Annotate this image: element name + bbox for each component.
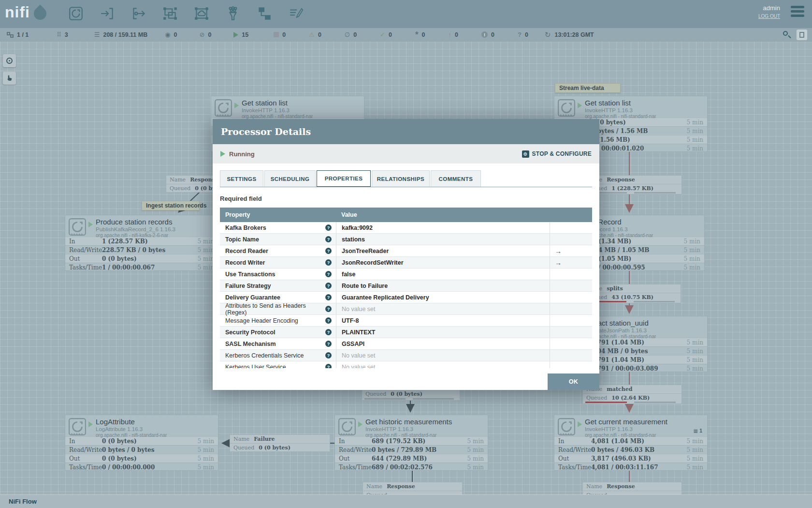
processor-get-historic-measurements[interactable]: Get historic measurements InvokeHTTP 1.1… bbox=[334, 415, 488, 471]
invalid-status: ⚠ 0 bbox=[309, 31, 321, 38]
output-port-tool-icon[interactable] bbox=[130, 3, 148, 24]
refresh-status: ↻ 13:01:28 GMT bbox=[545, 31, 594, 38]
tab-comments[interactable]: COMMENTS bbox=[431, 170, 481, 187]
tab-properties[interactable]: PROPERTIES bbox=[317, 170, 371, 187]
help-icon[interactable]: ? bbox=[325, 259, 332, 266]
help-icon[interactable]: ? bbox=[325, 352, 332, 359]
breadcrumb[interactable]: NiFi Flow bbox=[9, 498, 37, 505]
cluster-count: 1 / 1 bbox=[17, 31, 29, 38]
table-row[interactable]: Message Header Encoding? UTF-8 bbox=[220, 315, 592, 327]
threads-status: ⠿ 3 bbox=[57, 31, 68, 38]
canvas-label-stream-live-data[interactable]: Stream live-data bbox=[555, 83, 621, 93]
birdseye-icon bbox=[6, 58, 13, 64]
help-icon[interactable]: ? bbox=[325, 224, 332, 231]
current-user: admin bbox=[758, 4, 780, 12]
running-status: 15 bbox=[233, 31, 248, 38]
processor-bundle: org.apache.nifi - nifi-kafka-2-6-nar bbox=[96, 233, 175, 238]
navigate-palette-button[interactable] bbox=[3, 54, 16, 67]
processor-tool-icon[interactable] bbox=[67, 3, 85, 24]
tab-settings[interactable]: SETTINGS bbox=[220, 170, 263, 187]
process-group-tool-icon[interactable] bbox=[161, 3, 179, 24]
logout-link[interactable]: LOG OUT bbox=[758, 14, 780, 19]
help-icon[interactable]: ? bbox=[325, 248, 332, 254]
component-toolbar bbox=[67, 3, 305, 24]
processor-type: LogAttribute 1.16.3 bbox=[96, 426, 167, 432]
processor-log-attribute[interactable]: LogAttribute LogAttribute 1.16.3 org.apa… bbox=[65, 415, 218, 471]
ok-button[interactable]: OK bbox=[548, 374, 599, 390]
run-status-text: Running bbox=[229, 150, 255, 158]
disabled-status: ∅ 0 bbox=[345, 31, 357, 38]
funnel-tool-icon[interactable] bbox=[224, 3, 242, 24]
processor-name: Produce station records bbox=[96, 218, 175, 226]
dialog-title: Processor Details bbox=[221, 126, 311, 137]
go-to-service-icon[interactable]: → bbox=[555, 247, 562, 255]
threads-count: 3 bbox=[65, 31, 68, 38]
processor-icon bbox=[214, 99, 232, 117]
processor-details-dialog: Processor Details Running ⚙ STOP & CONFI… bbox=[213, 119, 599, 390]
table-row[interactable]: SASL Mechanism? GSSAPI bbox=[220, 338, 592, 350]
active-threads-badge: ▦1 bbox=[693, 428, 702, 433]
tab-relationships[interactable]: RELATIONSHIPS bbox=[372, 170, 430, 187]
stop-and-configure-button[interactable]: ⚙ STOP & CONFIGURE bbox=[522, 150, 592, 158]
up-to-date-count: 0 bbox=[389, 31, 392, 38]
help-icon[interactable]: ? bbox=[325, 236, 332, 242]
not-transmitting-status: ⊘ 0 bbox=[200, 31, 212, 38]
table-row[interactable]: Topic Name? stations bbox=[220, 234, 592, 245]
operate-palette-button[interactable] bbox=[3, 72, 16, 85]
go-to-service-icon[interactable]: → bbox=[555, 259, 562, 267]
table-row[interactable]: Delivery Guarantee? Guarantee Replicated… bbox=[220, 292, 592, 303]
processor-get-current-measurement[interactable]: Get current measurement InvokeHTTP 1.16.… bbox=[554, 415, 708, 471]
search-icon[interactable] bbox=[782, 30, 792, 40]
transmitting-icon: ◉ bbox=[165, 31, 170, 38]
processor-type: InvokeHTTP 1.16.3 bbox=[585, 107, 656, 113]
running-icon bbox=[578, 103, 582, 108]
global-menu-icon[interactable] bbox=[791, 6, 804, 19]
label-tool-icon[interactable] bbox=[287, 3, 305, 24]
sync-failure-count: 0 bbox=[525, 31, 528, 38]
table-row[interactable]: Attributes to Send as Headers (Regex)? N… bbox=[220, 303, 592, 315]
settings-panel-button[interactable] bbox=[797, 30, 807, 40]
connection-label-failure[interactable]: NameFailure Queued0 (0 bytes) bbox=[230, 434, 330, 452]
required-field-note: Required field bbox=[220, 195, 592, 202]
input-port-tool-icon[interactable] bbox=[98, 3, 116, 24]
table-row[interactable]: Record Writer? JsonRecordSetWriter → bbox=[220, 257, 592, 269]
help-icon[interactable]: ? bbox=[325, 283, 332, 289]
stopped-count: 0 bbox=[282, 31, 286, 38]
last-refresh-time: 13:01:28 GMT bbox=[554, 31, 594, 38]
tab-scheduling[interactable]: SCHEDULING bbox=[264, 170, 316, 187]
help-icon[interactable]: ? bbox=[325, 306, 332, 312]
locally-modified-count: 0 bbox=[422, 31, 425, 38]
help-icon[interactable]: ? bbox=[325, 329, 332, 335]
table-row[interactable]: Kerberos Credentials Service? No value s… bbox=[220, 350, 592, 361]
table-row[interactable]: Use Transactions? false bbox=[220, 269, 592, 280]
stopped-status: 0 bbox=[274, 31, 286, 38]
table-row[interactable]: Record Reader? JsonTreeReader → bbox=[220, 245, 592, 257]
refresh-icon[interactable]: ↻ bbox=[545, 31, 551, 38]
disabled-count: 0 bbox=[353, 31, 357, 38]
remote-process-group-tool-icon[interactable] bbox=[192, 3, 211, 24]
locally-modified-status: * 0 bbox=[415, 31, 425, 38]
dialog-header: Processor Details bbox=[213, 119, 599, 144]
help-icon[interactable]: ? bbox=[325, 364, 332, 368]
help-icon[interactable]: ? bbox=[325, 317, 332, 324]
table-row[interactable]: Security Protocol? PLAINTEXT bbox=[220, 327, 592, 338]
sync-failure-status: ? 0 bbox=[518, 31, 528, 38]
table-row[interactable]: Kerberos User Service? No value set bbox=[220, 361, 592, 368]
processor-type: PublishKafkaRecord_2_6 1.16.3 bbox=[96, 226, 175, 232]
breadcrumb-bar: NiFi Flow bbox=[0, 494, 812, 508]
hand-icon bbox=[6, 75, 13, 82]
help-icon[interactable]: ? bbox=[325, 341, 332, 347]
table-row[interactable]: Kafka Brokers? kafka:9092 bbox=[220, 222, 592, 234]
invalid-icon: ⚠ bbox=[309, 31, 315, 38]
processor-produce-station-records[interactable]: Produce station records PublishKafkaReco… bbox=[65, 215, 218, 271]
help-icon[interactable]: ? bbox=[325, 271, 332, 277]
properties-table: Property Value Kafka Brokers? kafka:9092… bbox=[220, 208, 592, 368]
table-row[interactable]: Failure Strategy? Route to Failure bbox=[220, 280, 592, 292]
template-tool-icon[interactable] bbox=[255, 3, 274, 24]
cluster-icon bbox=[7, 32, 14, 38]
canvas-label-ingest-station-records[interactable]: Ingest station records bbox=[142, 201, 200, 210]
stop-configure-icon: ⚙ bbox=[522, 150, 529, 158]
queued-amount: 208 / 159.11 MB bbox=[103, 31, 147, 38]
help-icon[interactable]: ? bbox=[325, 294, 332, 300]
processor-bundle: org.apache.nifi - nifi-standard-nar bbox=[585, 433, 667, 438]
